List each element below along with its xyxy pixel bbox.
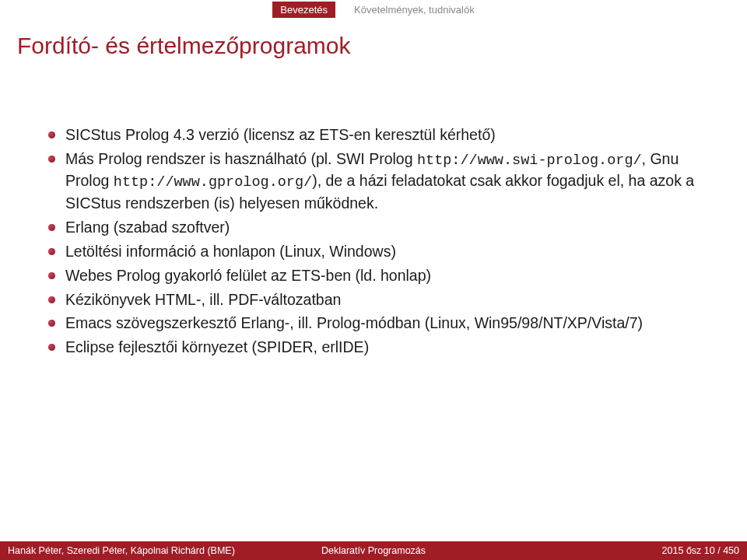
footer-authors: Hanák Péter, Szeredi Péter, Kápolnai Ric… — [8, 545, 235, 556]
bullet-item: Eclipse fejlesztői környezet (SPIDER, er… — [47, 337, 700, 358]
bullet-item: Kézikönyvek HTML-, ill. PDF-változatban — [47, 289, 700, 310]
bullet-text: Kézikönyvek HTML-, ill. PDF-változatban — [65, 291, 341, 308]
page-title: Fordító- és értelmezőprogramok — [17, 33, 351, 59]
bullet-item: Erlang (szabad szoftver) — [47, 217, 700, 238]
footer-course: Deklaratív Programozás — [321, 545, 426, 556]
bullet-text: Erlang (szabad szoftver) — [65, 219, 230, 236]
nav-item-kovetelmenyek[interactable]: Követelmények, tudnivalók — [354, 4, 475, 16]
bullet-text: Webes Prolog gyakorló felület az ETS-ben… — [65, 267, 431, 284]
bullet-text: Eclipse fejlesztői környezet (SPIDER, er… — [65, 338, 369, 355]
bullet-item: Más Prolog rendszer is használható (pl. … — [47, 149, 700, 214]
nav-bar: Bevezetés Követelmények, tudnivalók — [0, 0, 747, 19]
bullet-item: SICStus Prolog 4.3 verzió (licensz az ET… — [47, 124, 700, 145]
bullet-item: Letöltési információ a honlapon (Linux, … — [47, 241, 700, 262]
bullet-text: Letöltési információ a honlapon (Linux, … — [65, 243, 396, 260]
footer-bar: Hanák Péter, Szeredi Péter, Kápolnai Ric… — [0, 541, 747, 560]
bullet-item: Emacs szövegszerkesztő Erlang-, ill. Pro… — [47, 313, 700, 334]
footer-page: 2015 ősz 10 / 450 — [662, 545, 739, 556]
url-swi-prolog: http://www.swi-prolog.org/ — [417, 152, 642, 169]
bullet-text-part: Más Prolog rendszer is használható (pl. … — [65, 150, 417, 167]
bullet-text: SICStus Prolog 4.3 verzió (licensz az ET… — [65, 126, 496, 143]
url-gprolog: http://www.gprolog.org/ — [114, 174, 312, 191]
bullet-item: Webes Prolog gyakorló felület az ETS-ben… — [47, 265, 700, 286]
nav-item-bevezetes[interactable]: Bevezetés — [272, 2, 335, 18]
bullet-text: Emacs szövegszerkesztő Erlang-, ill. Pro… — [65, 314, 643, 331]
slide-content: SICStus Prolog 4.3 verzió (licensz az ET… — [47, 124, 700, 361]
